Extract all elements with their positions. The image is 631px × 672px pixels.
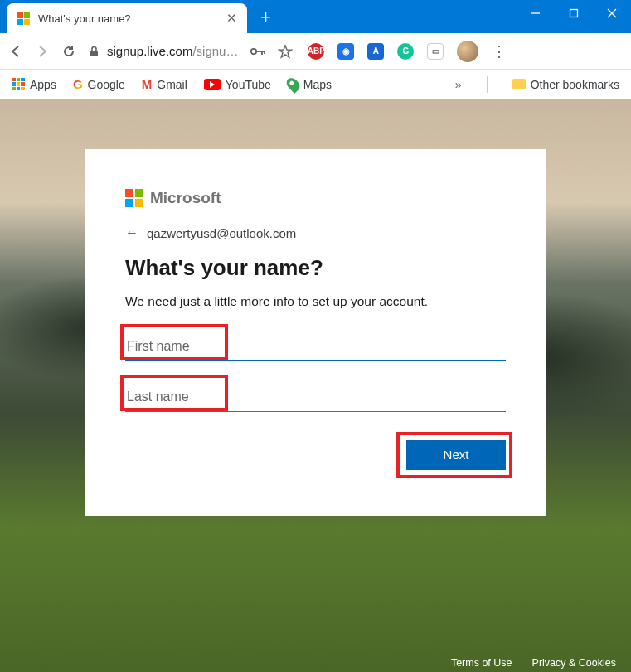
page-subtext: We need just a little more info to set u… [125, 292, 506, 311]
microsoft-brand-text: Microsoft [150, 189, 221, 207]
bookmark-star-icon[interactable] [278, 44, 293, 59]
bookmark-label: Gmail [157, 78, 187, 91]
nav-reload-button[interactable] [61, 44, 76, 59]
footer-links: Terms of Use Privacy & Cookies [451, 657, 616, 669]
address-bar: signup.live.com/signu… ABP ◉ A G ▭ ⋮ [0, 33, 631, 70]
separator [487, 76, 488, 93]
lock-icon [88, 45, 100, 57]
bookmarks-bar: Apps GGoogle MGmail YouTube Maps » Other… [0, 70, 631, 99]
other-bookmarks[interactable]: Other bookmarks [512, 78, 619, 91]
bookmark-label: Maps [303, 78, 332, 91]
tab-close-icon[interactable]: ✕ [226, 11, 237, 26]
next-button-wrap: Next [125, 440, 506, 470]
tab-title: What's your name? [38, 12, 218, 25]
maps-pin-icon [284, 75, 302, 94]
terms-link[interactable]: Terms of Use [451, 657, 512, 669]
nav-forward-button [35, 44, 50, 59]
signup-card: Microsoft ← qazwertyusd@outlook.com What… [85, 149, 546, 516]
window-close-button[interactable] [593, 0, 631, 27]
bookmark-youtube[interactable]: YouTube [204, 78, 271, 91]
last-name-input[interactable] [125, 383, 506, 412]
microsoft-logo-icon [125, 189, 143, 207]
first-name-input[interactable] [125, 332, 506, 361]
url-field[interactable]: signup.live.com/signu… [88, 44, 238, 58]
last-name-field-wrap [125, 383, 506, 412]
microsoft-brand: Microsoft [125, 189, 506, 207]
grammarly-extension-icon[interactable]: G [397, 43, 414, 60]
folder-icon [512, 79, 526, 89]
page-heading: What's your name? [125, 255, 506, 281]
new-tab-button[interactable]: + [260, 7, 271, 28]
gmail-icon: M [142, 77, 153, 91]
bookmarks-overflow[interactable]: » [455, 78, 462, 91]
apps-shortcut[interactable]: Apps [12, 78, 56, 91]
bookmark-gmail[interactable]: MGmail [142, 77, 187, 91]
google-icon: G [73, 77, 83, 91]
svg-rect-1 [570, 10, 578, 17]
microsoft-favicon [17, 12, 30, 25]
window-maximize-button[interactable] [555, 0, 593, 27]
svg-rect-4 [90, 51, 98, 56]
nav-back-button[interactable] [8, 44, 23, 59]
privacy-link[interactable]: Privacy & Cookies [532, 657, 616, 669]
extension-icon-two[interactable]: ▭ [427, 43, 444, 60]
bookmark-google[interactable]: GGoogle [73, 77, 125, 91]
identity-back-link[interactable]: ← qazwertyusd@outlook.com [125, 225, 506, 240]
first-name-field-wrap [125, 332, 506, 361]
browser-tab[interactable]: What's your name? ✕ [7, 3, 247, 33]
apps-grid-icon [12, 78, 25, 91]
bookmark-label: YouTube [226, 78, 271, 91]
window-minimize-button[interactable] [517, 0, 555, 27]
screenshot-extension-icon[interactable]: ◉ [337, 43, 354, 60]
next-button[interactable]: Next [406, 440, 506, 470]
identity-email: qazwertyusd@outlook.com [147, 226, 296, 240]
adblock-extension-icon[interactable]: ABP [308, 43, 324, 60]
svg-point-5 [251, 48, 256, 53]
youtube-icon [204, 79, 221, 90]
bookmark-maps[interactable]: Maps [288, 77, 332, 92]
extension-icon[interactable]: A [367, 43, 384, 60]
password-key-icon[interactable] [250, 46, 266, 57]
url-text: signup.live.com/signu… [107, 44, 238, 58]
bookmark-label: Google [88, 78, 125, 91]
browser-menu-button[interactable]: ⋮ [492, 42, 507, 60]
apps-label: Apps [30, 78, 56, 91]
bookmark-label: Other bookmarks [531, 78, 619, 91]
back-arrow-icon: ← [125, 225, 138, 240]
window-titlebar: What's your name? ✕ + [0, 0, 631, 33]
page-viewport[interactable]: Microsoft ← qazwertyusd@outlook.com What… [0, 99, 631, 672]
profile-avatar[interactable] [457, 41, 478, 62]
